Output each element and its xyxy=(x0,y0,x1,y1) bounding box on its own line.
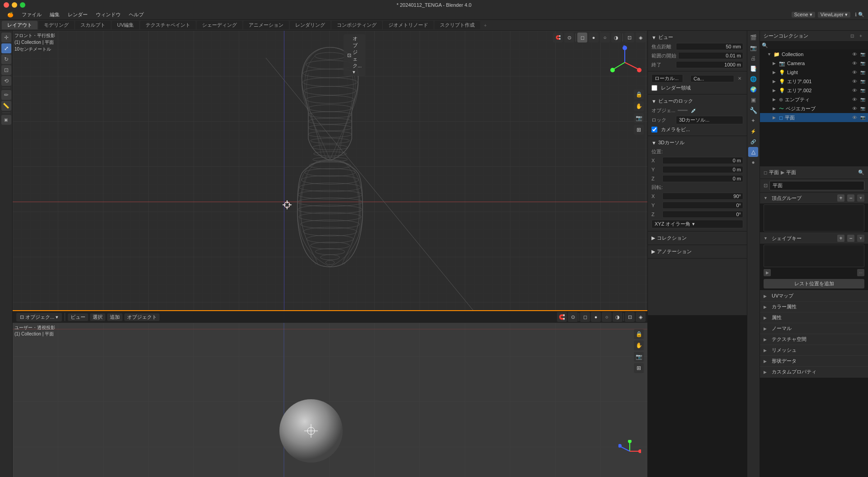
custom-props-header[interactable]: ▶ カスタムプロパティ xyxy=(760,367,868,377)
object-color-swatch[interactable] xyxy=(677,109,688,111)
bezier-eye-icon[interactable]: 👁 xyxy=(851,105,858,112)
bottom-proportional[interactable]: ⊙ xyxy=(568,312,578,322)
render-region-checkbox[interactable] xyxy=(651,85,657,91)
prop-icon-object[interactable]: ▣ xyxy=(748,95,758,105)
tool-scale[interactable]: ⊡ xyxy=(1,65,11,75)
outliner-item-bezier[interactable]: ▶ 〜 ベジエカーブ 👁 📷 xyxy=(760,104,868,113)
outliner-filter-icon[interactable]: ⊡ xyxy=(849,33,856,40)
bottom-lock-btn[interactable]: 🔒 xyxy=(634,329,644,339)
xray-toggle[interactable]: ◈ xyxy=(636,33,646,43)
outliner-item-plane[interactable]: ▶ ◻ 平面 👁 📷 xyxy=(760,113,868,122)
shading-solid[interactable]: ● xyxy=(589,33,599,43)
outliner-item-light[interactable]: ▶ 💡 Light 👁 📷 xyxy=(760,68,868,77)
remesh-header[interactable]: ▶ リメッシュ xyxy=(760,345,868,355)
object-name-field[interactable]: 平面 xyxy=(769,181,864,190)
view-camera-btn[interactable]: 📷 xyxy=(634,113,644,123)
euler-dropdown[interactable]: XYZ オイラー角 ▾ xyxy=(651,220,743,228)
bottom-solid-shade[interactable]: ● xyxy=(591,312,601,322)
camera-eye-icon[interactable]: 👁 xyxy=(851,60,858,67)
viewlayer-selector[interactable]: ViewLayer ▾ xyxy=(818,12,850,18)
view-lock-btn[interactable]: 🔒 xyxy=(634,90,644,99)
shading-wire[interactable]: ◻ xyxy=(577,33,587,43)
vg-add-btn[interactable]: + xyxy=(837,194,844,202)
cursor-z-value[interactable]: 0 m xyxy=(662,175,743,182)
normals-header[interactable]: ▶ ノーマル xyxy=(760,323,868,334)
menu-help[interactable]: ヘルプ xyxy=(125,10,147,19)
bottom-camera-btn[interactable]: 📷 xyxy=(634,352,644,362)
bottom-xray[interactable]: ◈ xyxy=(636,312,646,322)
outliner-item-collection[interactable]: ▼ 📁 Collection 👁 📷 xyxy=(760,50,868,59)
bottom-object-mode[interactable]: ⊡ オブジェク... ▾ xyxy=(16,313,62,321)
outliner-item-camera[interactable]: ▶ 📷 Camera 👁 📷 xyxy=(760,59,868,68)
props-search-icon[interactable]: 🔍 xyxy=(858,170,864,175)
add-workspace-tab[interactable]: + xyxy=(481,22,489,29)
tool-add-cube[interactable]: ▣ xyxy=(1,115,11,125)
sk-ctrl-expand[interactable]: ▶ xyxy=(764,269,771,276)
tool-annotate[interactable]: ✏ xyxy=(1,90,11,100)
range-end-value[interactable]: 1000 m xyxy=(676,61,743,68)
bezier-render-icon[interactable]: 📷 xyxy=(859,105,866,112)
viewport-bottom[interactable]: ⊡ オブジェク... ▾ ビュー 選択 追加 オブジェクト 🧲 ⊙ ◻ ● ○ … xyxy=(13,311,647,477)
prop-icon-world[interactable]: 🌍 xyxy=(748,85,758,94)
bottom-render-shade[interactable]: ◑ xyxy=(613,312,623,322)
bottom-overlay[interactable]: ⊡ xyxy=(625,312,635,322)
cursor-rz-value[interactable]: 0° xyxy=(662,211,743,218)
cursor-y-value[interactable]: 0 m xyxy=(662,166,743,173)
bottom-view-menu[interactable]: ビュー xyxy=(68,313,88,321)
tab-rendering[interactable]: レンダリング xyxy=(290,21,330,29)
search-icon[interactable]: 🔍 xyxy=(858,12,864,18)
maximize-button[interactable] xyxy=(20,2,25,8)
tool-transform[interactable]: ⟲ xyxy=(1,76,11,86)
view-hand-btn[interactable]: ✋ xyxy=(634,101,644,111)
close-button[interactable] xyxy=(4,2,9,8)
plane-render-icon[interactable]: 📷 xyxy=(859,114,866,121)
prop-icon-scene[interactable]: 🌐 xyxy=(748,74,758,84)
tab-uv[interactable]: UV編集 xyxy=(112,21,139,29)
prop-icon-output[interactable]: 🖨 xyxy=(748,53,758,63)
cursor-section-header[interactable]: ▼ 3Dカーソル xyxy=(648,138,747,147)
menu-render[interactable]: レンダー xyxy=(64,10,91,19)
blender-logo[interactable]: 🍊 xyxy=(4,11,17,19)
bottom-grid-btn[interactable]: ⊞ xyxy=(634,363,644,373)
prop-icon-data[interactable]: △ xyxy=(748,147,758,157)
empty-render-icon[interactable]: 📷 xyxy=(859,96,866,103)
bottom-add-menu[interactable]: 追加 xyxy=(107,313,123,321)
info-icon[interactable]: ℹ xyxy=(855,12,857,18)
tab-modeling[interactable]: モデリング xyxy=(38,21,74,29)
tab-compositing[interactable]: コンポジティング xyxy=(331,21,382,29)
tool-rotate[interactable]: ↻ xyxy=(1,54,11,64)
camera-btn[interactable]: Ca... xyxy=(690,75,734,82)
menu-window[interactable]: ウィンドウ xyxy=(92,10,124,19)
collection-section-header[interactable]: ▶ コレクション xyxy=(648,233,747,243)
sk-add-btn[interactable]: + xyxy=(837,235,844,242)
camera-render-icon[interactable]: 📷 xyxy=(859,60,866,67)
object-color-eyedrop[interactable]: 💉 xyxy=(690,107,697,114)
tool-move[interactable]: ⤢ xyxy=(1,43,11,53)
shading-material[interactable]: ○ xyxy=(600,33,610,43)
vg-expand-btn[interactable]: ▼ xyxy=(857,194,864,202)
camera-lock-checkbox[interactable] xyxy=(651,127,657,132)
outliner-item-area002[interactable]: ▶ 💡 エリア.002 👁 📷 xyxy=(760,86,868,95)
prop-icon-modifier[interactable]: 🔧 xyxy=(748,105,758,115)
view-section-header[interactable]: ▼ ビュー xyxy=(648,33,747,42)
prop-icon-render[interactable]: 📷 xyxy=(748,43,758,53)
menu-file[interactable]: ファイル xyxy=(18,10,45,19)
outliner-item-area001[interactable]: ▶ 💡 エリア.001 👁 📷 xyxy=(760,77,868,86)
uv-map-header[interactable]: ▶ UVマップ xyxy=(760,291,868,301)
bottom-mat-shade[interactable]: ○ xyxy=(602,312,612,322)
area001-render-icon[interactable]: 📷 xyxy=(859,78,866,85)
range-start-value[interactable]: 0.01 m xyxy=(678,52,743,59)
shape-keys-header[interactable]: ▼ シェイプキー + − ▼ xyxy=(760,233,868,244)
outliner-new-icon[interactable]: + xyxy=(857,33,864,40)
bottom-object-menu[interactable]: オブジェクト xyxy=(124,313,160,321)
area002-eye-icon[interactable]: 👁 xyxy=(851,87,858,94)
view-grid-btn[interactable]: ⊞ xyxy=(634,125,644,135)
light-render-icon[interactable]: 📷 xyxy=(859,69,866,76)
plane-eye-icon[interactable]: 👁 xyxy=(851,114,858,121)
texture-space-header[interactable]: ▶ テクスチャ空間 xyxy=(760,334,868,345)
viewport-proportional-editing[interactable]: ⊙ xyxy=(564,33,574,43)
sk-ctrl-dots[interactable]: ··· xyxy=(857,269,864,276)
vg-minus-btn[interactable]: − xyxy=(847,194,854,202)
rest-position-btn[interactable]: レスト位置を追加 xyxy=(764,279,864,288)
annotation-section-header[interactable]: ▶ アノテーション xyxy=(648,247,747,256)
